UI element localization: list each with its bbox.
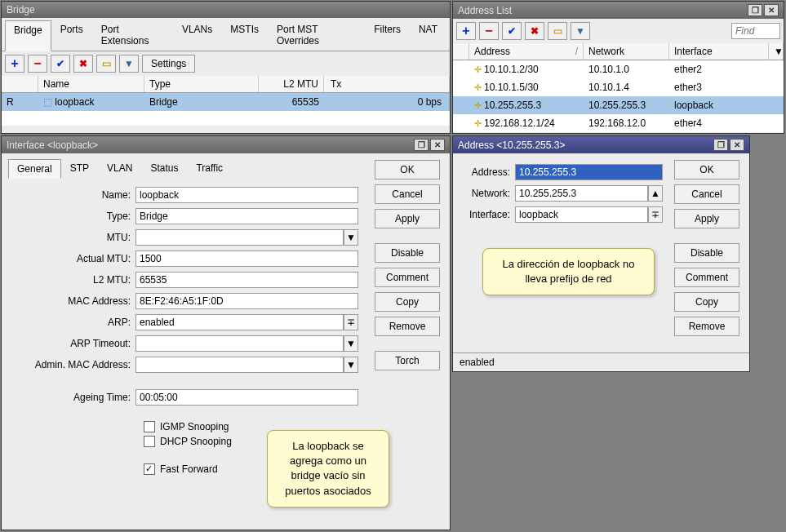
tab-vlan[interactable]: VLAN [98, 158, 141, 178]
copy-button[interactable]: Copy [674, 292, 739, 312]
col-interface[interactable]: Interface [669, 43, 769, 60]
bridge-title: Bridge [7, 4, 445, 16]
comment-button[interactable]: ▭ [96, 55, 116, 73]
settings-button[interactable]: Settings [142, 55, 195, 73]
name-input[interactable] [135, 187, 358, 203]
disable-button[interactable]: Disable [674, 243, 739, 263]
tab-status[interactable]: Status [141, 158, 187, 178]
addrlist-titlebar: Address List ❐ ✕ [453, 2, 784, 19]
col-menu[interactable]: ▼ [769, 43, 784, 60]
fast-label: Fast Forward [160, 463, 218, 475]
cancel-button[interactable]: Cancel [375, 184, 440, 204]
disable-button[interactable]: ✖ [73, 55, 93, 73]
col-tx[interactable]: Tx [324, 76, 450, 92]
tab-general[interactable]: General [8, 159, 61, 179]
address-row[interactable]: ✛10.10.1.2/3010.10.1.0ether2 [453, 60, 784, 78]
bridge-titlebar: Bridge [2, 2, 450, 18]
label-network: Network: [458, 188, 515, 199]
interface-input[interactable] [515, 206, 648, 223]
close-icon[interactable]: ✕ [730, 139, 744, 151]
col-l2mtu[interactable]: L2 MTU [259, 76, 324, 92]
tab-filters[interactable]: Filters [365, 20, 410, 51]
ok-button[interactable]: OK [674, 160, 739, 180]
apply-button[interactable]: Apply [375, 209, 440, 228]
address-icon: ✛ [474, 82, 482, 92]
addrlist-toolbar: + − ✔ ✖ ▭ ▼ [453, 19, 784, 43]
remove-button[interactable]: − [28, 55, 47, 73]
mtu-input[interactable] [135, 229, 344, 246]
tab-vlans[interactable]: VLANs [173, 20, 221, 51]
addrlist-title: Address List [458, 5, 748, 16]
arp-timeout-input[interactable] [135, 335, 344, 352]
filter-button[interactable]: ▼ [571, 22, 590, 40]
restore-icon[interactable]: ❐ [748, 4, 762, 16]
tab-mstis[interactable]: MSTIs [221, 20, 268, 51]
cancel-button[interactable]: Cancel [674, 184, 739, 204]
col-address[interactable]: Address / [469, 43, 584, 60]
add-button[interactable]: + [456, 22, 476, 40]
add-button[interactable]: + [5, 55, 24, 73]
mtu-dropdown[interactable]: ▼ [344, 229, 358, 246]
bridge-window: Bridge Bridge Ports Port Extensions VLAN… [1, 1, 451, 134]
address-icon: ✛ [474, 118, 482, 128]
restore-icon[interactable]: ❐ [713, 139, 728, 151]
tab-port-ext[interactable]: Port Extensions [92, 20, 173, 51]
interface-dropdown[interactable]: ∓ [648, 206, 663, 223]
bridge-table-header: Name Type L2 MTU Tx [2, 76, 450, 93]
label-arp-timeout: ARP Timeout: [5, 338, 135, 349]
arp-dropdown[interactable]: ∓ [344, 314, 358, 330]
filter-button[interactable]: ▼ [119, 55, 139, 73]
admin-mac-input[interactable] [135, 357, 344, 373]
label-mtu: MTU: [5, 232, 135, 243]
label-actual-mtu: Actual MTU: [5, 253, 135, 264]
ok-button[interactable]: OK [375, 160, 440, 180]
address-icon: ✛ [474, 64, 482, 74]
col-name[interactable]: Name [38, 76, 144, 92]
address-input[interactable]: 10.255.255.3 [515, 164, 663, 180]
enable-button[interactable]: ✔ [51, 55, 70, 73]
col-network[interactable]: Network [584, 43, 669, 60]
fast-checkbox[interactable] [144, 463, 155, 475]
bridge-toolbar: + − ✔ ✖ ▭ ▼ Settings [2, 51, 450, 76]
arp-timeout-dropdown[interactable]: ▼ [344, 335, 358, 352]
apply-button[interactable]: Apply [674, 209, 739, 228]
remove-button[interactable]: − [479, 22, 499, 40]
arp-input[interactable] [135, 314, 344, 330]
network-up[interactable]: ▲ [648, 185, 663, 202]
address-icon: ✛ [474, 100, 482, 110]
disable-button[interactable]: ✖ [525, 22, 544, 40]
tab-traffic[interactable]: Traffic [187, 158, 232, 178]
torch-button[interactable]: Torch [375, 351, 440, 370]
enable-button[interactable]: ✔ [502, 22, 522, 40]
col-type[interactable]: Type [144, 76, 259, 92]
remove-button[interactable]: Remove [375, 317, 440, 336]
disable-button[interactable]: Disable [375, 243, 440, 263]
bridge-tabs: Bridge Ports Port Extensions VLANs MSTIs… [2, 18, 450, 51]
comment-button[interactable]: ▭ [548, 22, 567, 40]
tab-bridge[interactable]: Bridge [5, 20, 51, 51]
close-icon[interactable]: ✕ [430, 139, 445, 151]
bridge-row[interactable]: R ⬚ loopback Bridge 65535 0 bps [2, 93, 450, 111]
close-icon[interactable]: ✕ [764, 4, 779, 16]
comment-button[interactable]: Comment [674, 268, 739, 287]
admin-mac-dropdown[interactable]: ▼ [344, 357, 358, 373]
ageing-input[interactable] [135, 389, 358, 406]
tab-ports[interactable]: Ports [51, 20, 92, 51]
tab-mst-over[interactable]: Port MST Overrides [268, 20, 365, 51]
interface-window: Interface <loopback> ❐ ✕ General STP VLA… [1, 135, 451, 530]
dhcp-checkbox[interactable] [144, 436, 155, 447]
tab-stp[interactable]: STP [61, 158, 98, 178]
status-bar: enabled [453, 352, 749, 371]
address-row[interactable]: ✛10.255.255.310.255.255.3loopback [453, 96, 784, 114]
address-row[interactable]: ✛10.10.1.5/3010.10.1.4ether3 [453, 78, 784, 96]
network-input[interactable] [515, 185, 648, 202]
remove-button[interactable]: Remove [674, 317, 739, 336]
copy-button[interactable]: Copy [375, 292, 440, 312]
restore-icon[interactable]: ❐ [414, 139, 429, 151]
address-titlebar: Address <10.255.255.3> ❐ ✕ [453, 136, 749, 153]
address-row[interactable]: ✛192.168.12.1/24192.168.12.0ether4 [453, 114, 784, 132]
tab-nat[interactable]: NAT [410, 20, 446, 51]
igmp-checkbox[interactable] [144, 421, 155, 432]
find-input[interactable] [731, 23, 780, 39]
comment-button[interactable]: Comment [375, 268, 440, 287]
